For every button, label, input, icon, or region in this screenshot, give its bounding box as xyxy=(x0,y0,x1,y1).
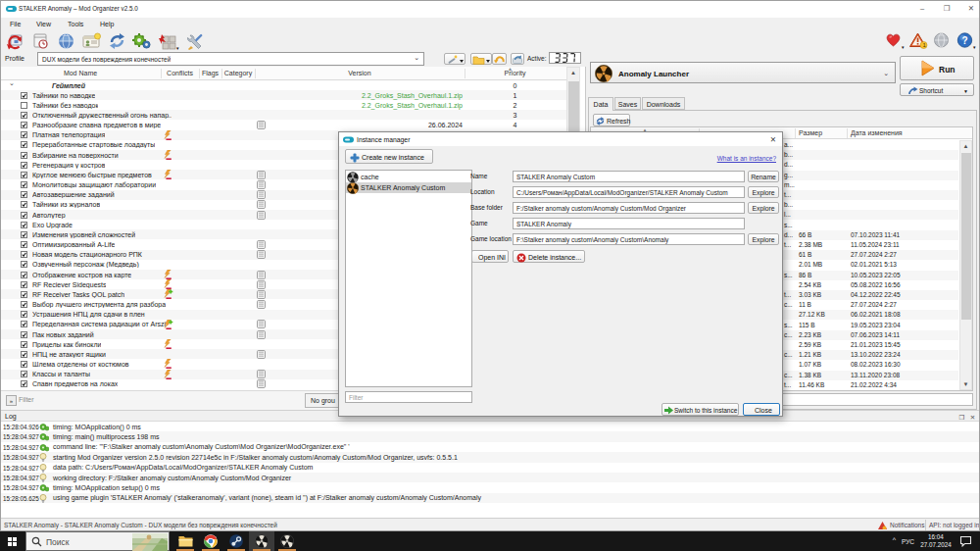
tab-saves[interactable]: Saves xyxy=(614,97,641,110)
taskbar-app-explorer[interactable] xyxy=(172,531,198,551)
endorse-heart-icon[interactable]: ▾ xyxy=(885,32,905,50)
mod-checkbox[interactable] xyxy=(21,131,27,138)
run-button[interactable]: Run xyxy=(900,56,974,80)
menu-item-help[interactable]: Help xyxy=(100,21,114,27)
mod-checkbox[interactable] xyxy=(21,212,27,219)
tab-data[interactable]: Data xyxy=(588,97,613,111)
tree-header-modified[interactable]: Дата изменения xyxy=(851,129,903,136)
mod-checkbox[interactable] xyxy=(21,172,27,178)
start-button[interactable] xyxy=(0,531,25,551)
mod-row[interactable]: Тайники без наводок2.2_Groks_Stash_Overh… xyxy=(0,100,566,110)
mod-checkbox[interactable] xyxy=(21,92,27,99)
log-row[interactable]: 15:28:04.927working directory: F:/Stalke… xyxy=(0,473,980,482)
taskbar-app-steam[interactable] xyxy=(223,531,249,551)
collapse-arrow-icon[interactable]: ⌄ xyxy=(9,80,15,87)
mod-checkbox[interactable] xyxy=(21,152,27,159)
mod-checkbox[interactable] xyxy=(21,162,27,169)
taskbar-search-input[interactable]: Поиск xyxy=(25,531,170,551)
notifications-warning-icon[interactable]: 1 xyxy=(909,32,929,50)
mod-checkbox[interactable] xyxy=(21,371,27,377)
mod-header-conflicts[interactable]: Conflicts xyxy=(161,70,199,76)
dialog-close-icon[interactable]: ✕ xyxy=(770,135,776,144)
tools-menu-button[interactable] xyxy=(444,53,466,65)
close-button[interactable]: ✕ xyxy=(963,0,979,18)
log-row[interactable]: 15:28:04.926timing: MOApplication() 0 ms xyxy=(0,422,980,431)
tray-clock[interactable]: 16:04 27.07.2024 xyxy=(916,533,956,549)
shortcut-button[interactable]: Shortcut ▼ xyxy=(900,83,974,96)
tree-scrollbar[interactable]: ▲ ▼ xyxy=(959,140,972,390)
explore-button[interactable]: Explore xyxy=(748,186,779,198)
tools-icon[interactable] xyxy=(186,32,206,50)
field-input-base-folder[interactable]: F:/Stalker anomaly custom/Anomaly Custom… xyxy=(513,202,745,214)
mod-checkbox[interactable] xyxy=(21,122,27,128)
settings-gears-icon[interactable] xyxy=(131,32,151,50)
create-instance-button[interactable]: Create new instance xyxy=(345,149,433,164)
scroll-down-icon[interactable]: ▼ xyxy=(960,381,971,387)
refresh-icon[interactable] xyxy=(108,32,127,50)
menu-item-file[interactable]: File xyxy=(10,21,21,27)
executables-icon[interactable] xyxy=(31,32,51,50)
maximize-button[interactable]: ❐ xyxy=(939,0,955,18)
taskbar-app-chrome[interactable] xyxy=(198,531,223,551)
explore-button[interactable]: Explore xyxy=(748,233,779,245)
update-globe-icon[interactable] xyxy=(933,32,953,50)
mod-header-version[interactable]: Version xyxy=(255,70,465,76)
notifications-warning-icon[interactable] xyxy=(878,522,887,530)
open-ini-button[interactable]: Open INI xyxy=(471,250,509,263)
taskbar-app-radiation[interactable] xyxy=(249,531,274,551)
nexus-globe-icon[interactable] xyxy=(57,32,76,50)
mod-checkbox[interactable] xyxy=(21,181,27,188)
mod-checkbox[interactable] xyxy=(21,321,27,327)
help-icon[interactable]: ?▾ xyxy=(956,32,976,50)
profile-select[interactable]: DUX модели без повреждения конечностей ⌄ xyxy=(37,52,424,66)
minimize-button[interactable]: – xyxy=(914,0,930,18)
notifications-status[interactable]: Notifications xyxy=(890,522,924,528)
mod-row[interactable]: Разнообразие спавна предметов в мире26.0… xyxy=(0,121,566,130)
mod-checkbox[interactable] xyxy=(21,301,27,308)
close-log-icon[interactable]: ✕ xyxy=(968,413,977,422)
mod-checkbox[interactable] xyxy=(21,272,27,278)
menu-item-view[interactable]: View xyxy=(36,21,51,27)
open-folder-menu-button[interactable] xyxy=(470,53,492,65)
mod-filter-input[interactable]: Filter xyxy=(19,396,34,403)
field-input-location[interactable]: C:/Users/Роман/AppData/Local/ModOrganize… xyxy=(513,186,745,198)
field-input-game[interactable]: STALKER Anomaly xyxy=(513,218,745,229)
instance-item[interactable]: cache xyxy=(346,172,471,182)
log-row[interactable]: 15:28:04.927starting Mod Organizer versi… xyxy=(0,452,980,462)
mod-header-priority[interactable]: Priority xyxy=(465,70,565,76)
mod-checkbox[interactable] xyxy=(21,201,27,208)
log-row[interactable]: 15:28:04.927command line: '"F:\Stalker a… xyxy=(0,442,980,452)
tray-language[interactable]: РУС xyxy=(902,538,914,545)
mod-checkbox[interactable] xyxy=(21,191,27,198)
log-row[interactable]: 15:28:05.625using game plugin 'STALKER A… xyxy=(0,493,980,503)
rename-button[interactable]: Rename xyxy=(748,171,779,182)
mod-checkbox[interactable] xyxy=(21,331,27,338)
mod-checkbox[interactable] xyxy=(21,351,27,358)
taskbar-app-radiation[interactable] xyxy=(274,531,300,551)
mod-row[interactable]: Тайники по наводке2.2_Groks_Stash_Overha… xyxy=(0,90,566,100)
mod-checkbox[interactable] xyxy=(21,311,27,318)
search-highlight-image[interactable] xyxy=(132,533,168,551)
expand-filter-button[interactable]: » xyxy=(6,395,17,406)
tray-expand-icon[interactable]: ^ xyxy=(893,536,896,543)
restore-backup-button[interactable] xyxy=(511,53,524,65)
undock-log-icon[interactable]: ❐ xyxy=(957,413,966,422)
install-mod-icon[interactable] xyxy=(6,32,25,50)
mod-checkbox[interactable] xyxy=(21,251,27,258)
instance-item[interactable]: STALKER Anomaly Custom xyxy=(346,182,471,193)
scroll-up-icon[interactable]: ▲ xyxy=(960,143,971,149)
mod-list-header[interactable]: Mod NameConflictsFlagsCategoryVersionPri… xyxy=(0,67,580,80)
mod-checkbox[interactable] xyxy=(21,341,27,348)
mod-checkbox[interactable] xyxy=(21,380,27,387)
mod-row[interactable]: Отключенный дружественный огонь напар...… xyxy=(0,110,566,120)
instance-filter-input[interactable]: Filter xyxy=(345,391,472,403)
switch-instance-button[interactable]: Switch to this instance xyxy=(662,403,739,416)
explore-button[interactable]: Explore xyxy=(748,202,779,214)
log-row[interactable]: 15:28:04.927timing: MOApplication setup(… xyxy=(0,482,980,492)
mod-checkbox[interactable] xyxy=(21,241,27,248)
mod-checkbox[interactable] xyxy=(21,281,27,288)
scroll-up-icon[interactable]: ▲ xyxy=(567,70,579,75)
mod-checkbox[interactable] xyxy=(21,231,27,238)
mod-header-mod-name[interactable]: Mod Name xyxy=(0,70,161,76)
mod-checkbox[interactable] xyxy=(21,141,27,148)
